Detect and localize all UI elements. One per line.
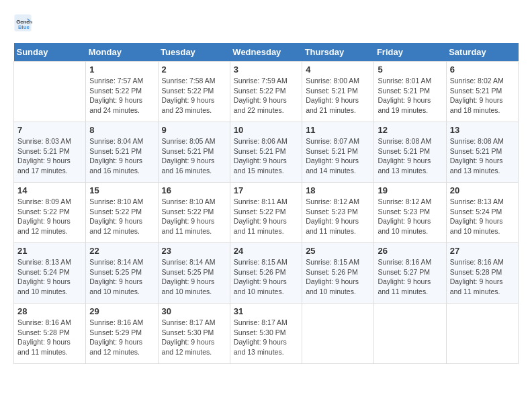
day-info: Sunrise: 8:13 AM Sunset: 5:24 PM Dayligh…: [450, 197, 515, 236]
day-number: 30: [162, 306, 226, 316]
calendar-cell: 26Sunrise: 8:16 AM Sunset: 5:27 PM Dayli…: [374, 243, 446, 304]
day-info: Sunrise: 7:58 AM Sunset: 5:22 PM Dayligh…: [162, 76, 226, 116]
calendar-cell: 15Sunrise: 8:10 AM Sunset: 5:22 PM Dayli…: [86, 183, 158, 243]
calendar-cell: 24Sunrise: 8:15 AM Sunset: 5:26 PM Dayli…: [230, 243, 302, 304]
day-info: Sunrise: 8:16 AM Sunset: 5:28 PM Dayligh…: [450, 257, 515, 297]
calendar-cell: 27Sunrise: 8:16 AM Sunset: 5:28 PM Dayli…: [446, 243, 518, 304]
weekday-header: Saturday: [446, 43, 518, 62]
day-info: Sunrise: 8:12 AM Sunset: 5:23 PM Dayligh…: [378, 197, 442, 236]
day-info: Sunrise: 7:59 AM Sunset: 5:22 PM Dayligh…: [234, 76, 298, 116]
day-number: 29: [89, 306, 154, 316]
calendar-week-row: 7Sunrise: 8:03 AM Sunset: 5:21 PM Daylig…: [14, 122, 519, 183]
day-number: 24: [234, 246, 298, 256]
calendar-week-row: 28Sunrise: 8:16 AM Sunset: 5:28 PM Dayli…: [14, 304, 519, 364]
day-number: 27: [450, 246, 515, 256]
calendar-cell: 10Sunrise: 8:06 AM Sunset: 5:21 PM Dayli…: [230, 122, 302, 183]
calendar-cell: 13Sunrise: 8:08 AM Sunset: 5:21 PM Dayli…: [446, 122, 518, 183]
calendar-cell: 29Sunrise: 8:16 AM Sunset: 5:29 PM Dayli…: [86, 304, 158, 364]
day-number: 3: [234, 64, 298, 75]
day-number: 8: [89, 125, 154, 135]
day-info: Sunrise: 8:11 AM Sunset: 5:22 PM Dayligh…: [234, 197, 298, 236]
day-info: Sunrise: 8:14 AM Sunset: 5:25 PM Dayligh…: [162, 257, 226, 297]
calendar-cell: 19Sunrise: 8:12 AM Sunset: 5:23 PM Dayli…: [374, 183, 446, 243]
day-info: Sunrise: 8:07 AM Sunset: 5:21 PM Dayligh…: [306, 136, 370, 176]
day-info: Sunrise: 8:16 AM Sunset: 5:27 PM Dayligh…: [378, 257, 442, 297]
weekday-header: Friday: [374, 43, 446, 62]
calendar-cell: 25Sunrise: 8:15 AM Sunset: 5:26 PM Dayli…: [302, 243, 374, 304]
calendar-cell: 16Sunrise: 8:10 AM Sunset: 5:22 PM Dayli…: [158, 183, 230, 243]
day-number: 4: [306, 64, 370, 75]
day-info: Sunrise: 8:01 AM Sunset: 5:21 PM Dayligh…: [378, 76, 442, 116]
calendar-week-row: 1Sunrise: 7:57 AM Sunset: 5:22 PM Daylig…: [14, 62, 519, 122]
calendar-cell: 2Sunrise: 7:58 AM Sunset: 5:22 PM Daylig…: [158, 62, 230, 122]
weekday-header: Tuesday: [158, 43, 230, 62]
day-info: Sunrise: 8:04 AM Sunset: 5:21 PM Dayligh…: [89, 136, 154, 176]
day-number: 18: [306, 185, 370, 195]
calendar-cell: 9Sunrise: 8:05 AM Sunset: 5:21 PM Daylig…: [158, 122, 230, 183]
calendar-cell: [446, 304, 518, 364]
weekday-row: SundayMondayTuesdayWednesdayThursdayFrid…: [14, 43, 519, 62]
day-info: Sunrise: 8:17 AM Sunset: 5:30 PM Dayligh…: [162, 318, 226, 357]
day-number: 15: [89, 185, 154, 195]
day-info: Sunrise: 8:06 AM Sunset: 5:21 PM Dayligh…: [234, 136, 298, 176]
day-number: 14: [17, 185, 82, 195]
day-number: 20: [450, 185, 515, 195]
calendar-cell: 5Sunrise: 8:01 AM Sunset: 5:21 PM Daylig…: [374, 62, 446, 122]
day-number: 17: [234, 185, 298, 195]
day-number: 6: [450, 64, 515, 75]
day-number: 13: [450, 125, 515, 135]
logo-icon: General Blue: [13, 13, 32, 32]
calendar-cell: 21Sunrise: 8:13 AM Sunset: 5:24 PM Dayli…: [14, 243, 86, 304]
calendar-cell: 23Sunrise: 8:14 AM Sunset: 5:25 PM Dayli…: [158, 243, 230, 304]
day-info: Sunrise: 8:10 AM Sunset: 5:22 PM Dayligh…: [89, 197, 154, 236]
day-number: 2: [162, 64, 226, 75]
day-info: Sunrise: 8:16 AM Sunset: 5:29 PM Dayligh…: [89, 318, 154, 357]
calendar-week-row: 21Sunrise: 8:13 AM Sunset: 5:24 PM Dayli…: [14, 243, 519, 304]
day-number: 1: [89, 64, 154, 75]
day-info: Sunrise: 8:08 AM Sunset: 5:21 PM Dayligh…: [450, 136, 515, 176]
calendar-table: SundayMondayTuesdayWednesdayThursdayFrid…: [13, 43, 519, 364]
day-number: 11: [306, 125, 370, 135]
weekday-header: Monday: [86, 43, 158, 62]
day-number: 16: [162, 185, 226, 195]
day-info: Sunrise: 8:05 AM Sunset: 5:21 PM Dayligh…: [162, 136, 226, 176]
calendar-cell: 18Sunrise: 8:12 AM Sunset: 5:23 PM Dayli…: [302, 183, 374, 243]
calendar-cell: 14Sunrise: 8:09 AM Sunset: 5:22 PM Dayli…: [14, 183, 86, 243]
day-number: 28: [17, 306, 82, 316]
day-number: 19: [378, 185, 442, 195]
calendar-header: SundayMondayTuesdayWednesdayThursdayFrid…: [14, 43, 519, 62]
day-info: Sunrise: 8:00 AM Sunset: 5:21 PM Dayligh…: [306, 76, 370, 116]
calendar-cell: 8Sunrise: 8:04 AM Sunset: 5:21 PM Daylig…: [86, 122, 158, 183]
weekday-header: Thursday: [302, 43, 374, 62]
day-info: Sunrise: 8:15 AM Sunset: 5:26 PM Dayligh…: [306, 257, 370, 297]
calendar-cell: [14, 62, 86, 122]
day-info: Sunrise: 8:02 AM Sunset: 5:21 PM Dayligh…: [450, 76, 515, 116]
calendar-cell: 7Sunrise: 8:03 AM Sunset: 5:21 PM Daylig…: [14, 122, 86, 183]
day-info: Sunrise: 8:15 AM Sunset: 5:26 PM Dayligh…: [234, 257, 298, 297]
calendar-cell: 12Sunrise: 8:08 AM Sunset: 5:21 PM Dayli…: [374, 122, 446, 183]
day-number: 23: [162, 246, 226, 256]
calendar-cell: 17Sunrise: 8:11 AM Sunset: 5:22 PM Dayli…: [230, 183, 302, 243]
day-info: Sunrise: 8:14 AM Sunset: 5:25 PM Dayligh…: [89, 257, 154, 297]
day-number: 12: [378, 125, 442, 135]
calendar-cell: 6Sunrise: 8:02 AM Sunset: 5:21 PM Daylig…: [446, 62, 518, 122]
day-number: 9: [162, 125, 226, 135]
day-number: 31: [234, 306, 298, 316]
day-number: 22: [89, 246, 154, 256]
svg-text:Blue: Blue: [18, 24, 30, 30]
calendar-cell: 3Sunrise: 7:59 AM Sunset: 5:22 PM Daylig…: [230, 62, 302, 122]
logo: General Blue: [13, 13, 35, 32]
calendar-cell: 30Sunrise: 8:17 AM Sunset: 5:30 PM Dayli…: [158, 304, 230, 364]
day-number: 7: [17, 125, 82, 135]
day-info: Sunrise: 8:17 AM Sunset: 5:30 PM Dayligh…: [234, 318, 298, 357]
weekday-header: Wednesday: [230, 43, 302, 62]
day-number: 5: [378, 64, 442, 75]
day-info: Sunrise: 8:16 AM Sunset: 5:28 PM Dayligh…: [17, 318, 82, 357]
day-info: Sunrise: 8:09 AM Sunset: 5:22 PM Dayligh…: [17, 197, 82, 236]
day-info: Sunrise: 8:12 AM Sunset: 5:23 PM Dayligh…: [306, 197, 370, 236]
calendar-cell: 22Sunrise: 8:14 AM Sunset: 5:25 PM Dayli…: [86, 243, 158, 304]
day-info: Sunrise: 7:57 AM Sunset: 5:22 PM Dayligh…: [89, 76, 154, 116]
day-info: Sunrise: 8:10 AM Sunset: 5:22 PM Dayligh…: [162, 197, 226, 236]
day-number: 10: [234, 125, 298, 135]
calendar-cell: [374, 304, 446, 364]
